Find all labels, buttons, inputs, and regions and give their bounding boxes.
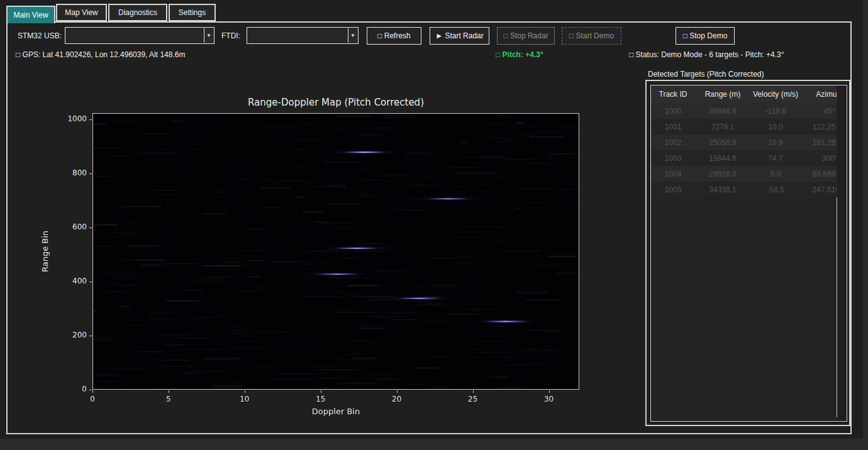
stm32-usb-combobox[interactable]: ▼ [65,27,214,44]
col-track-id[interactable]: Track ID [651,85,695,103]
x-tick-label: 5 [159,395,178,403]
stop-demo-button[interactable]: □ Stop Demo [676,27,735,45]
chevron-down-icon[interactable]: ▼ [204,28,213,43]
table-row[interactable]: 10017276.110.0122.2510° [651,119,837,134]
tab-map-view-label: Map View [65,8,97,17]
table-cell: -118.6 [750,103,801,119]
y-tick-label: 600 [60,222,87,231]
pitch-indicator-text: □ Pitch: +4.3° [496,50,543,59]
x-tick-label: 15 [311,395,330,403]
table-cell: 1000 [651,103,695,119]
start-demo-button: □ Start Demo [562,27,621,45]
x-tick-mark [549,390,550,393]
x-tick-mark [245,390,245,393]
table-cell: 45° [801,103,837,119]
y-tick-mark [89,282,92,282]
radar-app-window: Main View Map View Diagnostics Settings … [0,0,863,439]
table-row[interactable]: 100225056.810.9191.2552° [651,134,837,150]
table-cell: 7276.1 [695,119,750,134]
desktop: Main View Map View Diagnostics Settings … [0,0,868,450]
table-cell: 300° [801,150,837,166]
ftdi-label: FTDI: [221,31,240,40]
x-tick-label: 20 [387,395,406,403]
vertical-scrollbar[interactable] [837,85,847,421]
tab-main-view[interactable]: Main View [6,6,55,23]
y-tick-mark [89,336,92,336]
targets-table-body: 100038646.9-118.645°10017276.110.0122.25… [651,103,837,197]
col-range[interactable]: Range (m) [695,85,750,103]
table-row[interactable]: 100534338.1-58.5247.5104° [651,182,837,197]
table-cell: 10.9 [750,134,801,150]
stm32-usb-label: STM32 USB: [18,31,62,40]
y-tick-label: 0 [60,385,87,393]
table-cell: 1001 [651,119,695,134]
x-tick-mark [169,390,169,393]
y-axis-label: Range Bin [40,207,50,295]
y-tick-mark [89,228,92,228]
x-tick-mark [321,390,321,393]
table-cell: 1004 [651,166,695,182]
y-tick-label: 200 [60,331,87,339]
targets-table-viewport: Track ID Range (m) Velocity (m/s) Azimut… [651,85,837,421]
y-tick-label: 400 [60,277,87,285]
start-radar-button[interactable]: ► Start Radar [430,27,489,45]
table-cell: 1003 [651,150,695,166]
table-cell: 29916.0 [695,166,750,182]
targets-groupbox: Track ID Range (m) Velocity (m/s) Azimut… [645,80,850,426]
table-row[interactable]: 100429916.06.088.66998° [651,166,837,182]
range-doppler-heatmap [92,113,579,390]
desktop-edge [0,439,868,450]
x-tick-label: 10 [235,395,254,403]
col-velocity[interactable]: Velocity (m/s) [750,85,801,103]
table-row[interactable]: 100038646.9-118.645° [651,103,837,119]
gps-status-text: □ GPS: Lat 41.902426, Lon 12.496039, Alt… [16,50,185,59]
x-tick-mark [473,390,474,393]
demo-status-text: □ Status: Demo Mode - 6 targets - Pitch:… [629,50,784,59]
tab-settings[interactable]: Settings [169,4,216,21]
y-tick-label: 1000 [60,114,87,123]
x-tick-label: 25 [464,395,482,403]
table-cell: 247.5104° [801,182,837,197]
x-tick-label: 30 [540,395,559,403]
targets-table: Track ID Range (m) Velocity (m/s) Azimut… [650,85,847,422]
tab-settings-label: Settings [179,8,206,17]
heatmap-canvas [93,114,579,389]
table-cell: -58.5 [750,182,801,197]
table-cell: 10.0 [750,119,801,134]
table-cell: 88.66998° [801,166,837,182]
y-tick-mark [89,390,92,390]
tab-main-view-label: Main View [13,11,48,19]
y-tick-mark [89,119,92,120]
tab-map-view[interactable]: Map View [56,4,107,21]
x-tick-mark [92,390,93,393]
table-cell: 122.2510° [801,119,837,134]
table-cell: 191.2552° [801,134,837,150]
targets-panel-title: Detected Targets (Pitch Corrected) [648,70,764,79]
x-axis-label: Doppler Bin [92,407,579,416]
tab-diagnostics-label: Diagnostics [118,8,157,17]
table-header-row: Track ID Range (m) Velocity (m/s) Azimut… [651,85,837,103]
table-cell: 1005 [651,182,695,197]
chevron-down-icon[interactable]: ▼ [348,28,357,43]
table-row[interactable]: 100315844.674.7300° [651,150,837,166]
viewport-edge-line [837,197,837,417]
tab-diagnostics[interactable]: Diagnostics [108,4,167,21]
x-tick-label: 0 [83,395,102,403]
desktop-edge [863,0,868,450]
y-tick-mark [89,173,92,174]
table-cell: 34338.1 [695,182,750,197]
table-cell: 15844.6 [695,150,750,166]
x-tick-mark [397,390,398,393]
table-cell: 38646.9 [695,103,750,119]
table-cell: 1002 [651,134,695,150]
chart-title: Range-Doppler Map (Pitch Corrected) [92,97,579,108]
stop-radar-button: □ Stop Radar [497,27,555,45]
y-tick-label: 800 [60,168,87,177]
ftdi-combobox[interactable]: ▼ [247,27,359,44]
col-azimuth[interactable]: Azimuth [801,85,837,103]
refresh-button[interactable]: □ Refresh [367,27,421,45]
table-cell: 74.7 [750,150,801,166]
table-cell: 25056.8 [695,134,750,150]
table-cell: 6.0 [750,166,801,182]
